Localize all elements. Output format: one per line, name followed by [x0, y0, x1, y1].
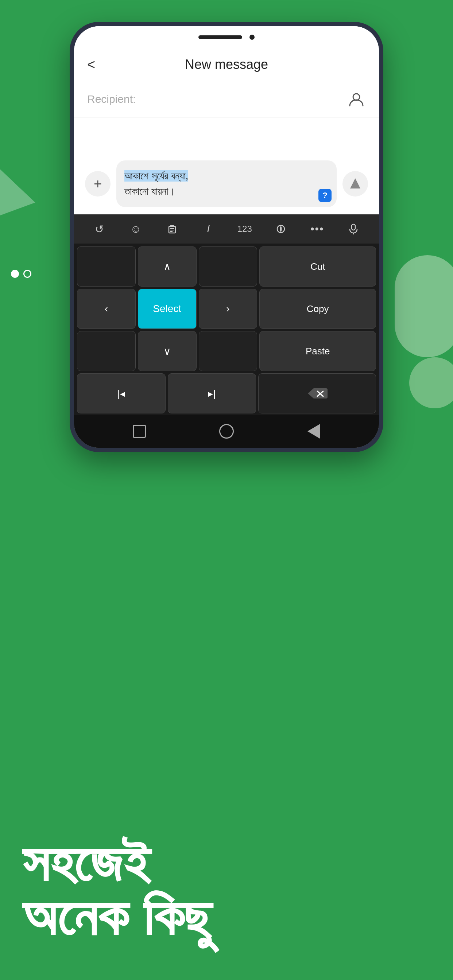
- bottom-line1: সহজেই: [22, 835, 453, 889]
- app-header: < New message: [74, 48, 379, 81]
- nav-triangle-shape: [308, 424, 320, 439]
- toolbar-mic-icon[interactable]: [343, 218, 364, 240]
- kb-right-spacer-bottom: [199, 331, 257, 371]
- svg-rect-6: [352, 224, 355, 230]
- deco-dot-1: [11, 270, 19, 278]
- nav-home-icon[interactable]: [217, 422, 236, 441]
- nav-bar: [74, 415, 379, 448]
- recipient-row[interactable]: Recipient:: [74, 81, 379, 118]
- contact-icon[interactable]: [347, 90, 366, 109]
- toolbar-edit-icon[interactable]: I: [197, 218, 219, 240]
- send-arrow-icon: [350, 178, 360, 188]
- message-area: + আকাশে সূর্যের বন্যা, তাকানো যায়না। ?: [74, 118, 379, 215]
- kb-right-spacer-top: [199, 247, 257, 286]
- kb-row-2: ‹ Select › Copy: [77, 289, 376, 329]
- kb-backspace-button[interactable]: [258, 373, 376, 414]
- compose-text: আকাশে সূর্যের বন্যা, তাকানো যায়না।: [124, 169, 316, 199]
- notch-dot: [249, 35, 255, 40]
- phone-frame: < New message Recipient: +: [70, 22, 383, 452]
- kb-up-button[interactable]: ∧: [138, 247, 196, 286]
- nav-recent-icon[interactable]: [130, 422, 148, 441]
- toolbar-theme-icon[interactable]: [270, 218, 292, 240]
- toolbar-123-icon[interactable]: 123: [234, 218, 256, 240]
- kb-cut-button[interactable]: Cut: [259, 247, 376, 286]
- phone-screen: < New message Recipient: +: [74, 26, 379, 448]
- nav-circle-shape: [219, 424, 234, 439]
- recipient-label: Recipient:: [87, 93, 340, 105]
- keyboard-toolbar: ↺ ☺ I 123: [74, 215, 379, 243]
- toolbar-clipboard-icon[interactable]: [161, 218, 183, 240]
- kb-paste-button[interactable]: Paste: [259, 331, 376, 371]
- question-badge: ?: [318, 189, 332, 202]
- notch-bar: [74, 26, 379, 48]
- bottom-line2: অনেক কিছু: [22, 889, 453, 943]
- keyboard-grid: ∧ Cut ‹ Select › Copy: [74, 243, 379, 415]
- kb-down-button[interactable]: ∨: [138, 331, 196, 371]
- kb-left-spacer-bottom: [77, 331, 136, 371]
- kb-row-3: ∨ Paste: [77, 331, 376, 371]
- deco-face-right: [395, 255, 453, 357]
- svg-point-0: [353, 94, 360, 100]
- bottom-text: সহজেই অনেক কিছু: [22, 835, 453, 943]
- kb-row-4: |◂ ▸|: [77, 373, 376, 414]
- compose-row: + আকাশে সূর্যের বন্যা, তাকানো যায়না। ?: [85, 161, 368, 207]
- kb-left-spacer-top: [77, 247, 136, 286]
- page-title: New message: [185, 57, 268, 72]
- kb-end-button[interactable]: ▸|: [168, 373, 257, 414]
- toolbar-emoji-icon[interactable]: ☺: [125, 218, 147, 240]
- toolbar-rotate-icon[interactable]: ↺: [89, 218, 110, 240]
- nav-back-icon[interactable]: [305, 422, 323, 441]
- kb-row-1: ∧ Cut: [77, 247, 376, 286]
- kb-home-button[interactable]: |◂: [77, 373, 166, 414]
- nav-square-shape: [133, 425, 146, 438]
- phone-mockup: < New message Recipient: +: [70, 22, 383, 452]
- add-attachment-button[interactable]: +: [85, 171, 110, 197]
- kb-copy-button[interactable]: Copy: [259, 289, 376, 329]
- notch-pill: [198, 35, 242, 39]
- compose-text-line2: তাকানো যায়না।: [124, 186, 175, 197]
- kb-right-button[interactable]: ›: [199, 289, 257, 329]
- kb-left-button[interactable]: ‹: [77, 289, 136, 329]
- deco-dots: [11, 270, 31, 278]
- toolbar-more-icon[interactable]: •••: [306, 218, 328, 240]
- back-button[interactable]: <: [87, 57, 95, 73]
- keyboard-area: ↺ ☺ I 123: [74, 215, 379, 448]
- send-button[interactable]: [343, 171, 368, 197]
- deco-dot-2: [23, 270, 31, 278]
- compose-bubble[interactable]: আকাশে সূর্যের বন্যা, তাকানো যায়না। ?: [116, 161, 337, 207]
- kb-select-button[interactable]: Select: [138, 289, 196, 329]
- selected-text: আকাশে সূর্যের বন্যা,: [124, 170, 188, 181]
